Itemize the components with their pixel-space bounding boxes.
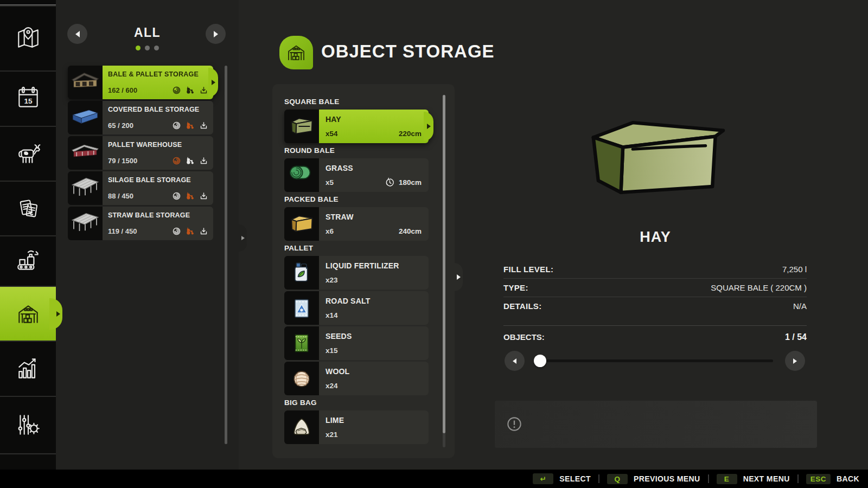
q-key-badge: Q [607, 474, 628, 484]
item-thumbnail [284, 291, 319, 325]
download-icon [199, 156, 208, 165]
sidebar-item-calendar[interactable]: 15 [0, 70, 56, 126]
page-title: OBJECT STORAGE [321, 41, 495, 62]
main-menu-sidebar: 15 [0, 0, 56, 470]
storage-thumbnail [68, 136, 103, 170]
settings-icon [15, 412, 42, 439]
storage-count: 119 / 450 [108, 227, 137, 235]
item-row-liquid-fertilizer[interactable]: LIQUID FERTILIZER x23 [284, 256, 429, 290]
item-row-seeds[interactable]: SEEDS x15 [284, 326, 429, 360]
tractor-icon [186, 191, 195, 201]
page-dot-1[interactable] [136, 46, 141, 50]
storage-thumbnail [68, 207, 103, 240]
category-next-button[interactable] [206, 24, 226, 44]
item-thumbnail [284, 207, 319, 241]
packed-straw-bale-icon [288, 210, 316, 238]
barn-thumbnail-icon [69, 67, 101, 98]
objects-slider-track[interactable] [534, 359, 773, 362]
item-thumbnail [284, 326, 319, 360]
selected-row-arrow-icon [427, 124, 431, 129]
action-label: SELECT [559, 474, 591, 483]
download-icon [199, 121, 208, 130]
section-label-big-bag: BIG BAG [284, 397, 429, 410]
fertilizer-jug-icon [288, 259, 316, 287]
item-list-scrollbar[interactable] [443, 95, 445, 447]
item-count: x15 [326, 346, 338, 355]
section-label-square-bale: SQUARE BALE [284, 96, 429, 110]
bale-icon [172, 191, 181, 201]
item-name: GRASS [326, 164, 422, 172]
item-size: 240cm [399, 227, 422, 235]
storage-row-bale-pallet[interactable]: BALE & PALLET STORAGE 162 / 600 [68, 66, 213, 99]
action-label: BACK [837, 474, 859, 483]
storage-thumbnail [68, 171, 103, 205]
spec-label: TYPE: [503, 283, 528, 292]
hint-divider [598, 474, 599, 483]
item-count: x54 [326, 130, 338, 138]
storage-list-scrollbar[interactable] [225, 66, 227, 444]
statistics-icon [15, 355, 42, 382]
item-name: LIME [326, 416, 422, 425]
action-back[interactable]: ESC BACK [806, 474, 859, 484]
item-name: STRAW [326, 213, 422, 221]
tractor-icon [186, 121, 195, 130]
objects-value: 1 / 54 [785, 332, 807, 342]
storage-thumbnail [68, 66, 103, 99]
tarp-thumbnail-icon [69, 102, 101, 133]
cow-icon [15, 140, 42, 168]
sidebar-item-storage[interactable] [0, 286, 56, 341]
objects-prev-button[interactable] [505, 351, 525, 371]
objects-label: OBJECTS: [503, 332, 545, 342]
action-previous-menu[interactable]: Q PREVIOUS MENU [607, 474, 700, 484]
sidebar-item-settings[interactable] [0, 396, 56, 453]
storage-row-silage-bale[interactable]: SILAGE BALE STORAGE 88 / 450 [68, 171, 213, 205]
spec-row-type: TYPE: SQUARE BALE ( 220CM ) [503, 279, 807, 297]
item-row-hay[interactable]: HAY x54 220cm [284, 110, 429, 143]
page-dot-3[interactable] [154, 46, 159, 50]
section-label-round-bale: ROUND BALE [284, 145, 429, 158]
action-next-menu[interactable]: E NEXT MENU [717, 474, 790, 484]
storage-name: COVERED BALE STORAGE [108, 106, 208, 113]
storage-row-covered-bale[interactable]: COVERED BALE STORAGE 65 / 200 [68, 101, 213, 134]
hay-bale-illustration [582, 104, 729, 206]
hint-divider [797, 474, 799, 483]
item-row-grass[interactable]: GRASS x5 180cm [284, 158, 429, 192]
sidebar-item-production[interactable] [0, 235, 56, 286]
storages-panel-collapse-handle[interactable] [239, 224, 247, 252]
sidebar-item-map[interactable] [0, 5, 56, 70]
enter-key-icon: ↵ [533, 473, 553, 484]
bale-icon [172, 227, 181, 236]
object-storage-header-badge [279, 36, 313, 69]
item-row-wool[interactable]: WOOL x24 [284, 362, 429, 395]
wool-ball-icon [288, 364, 316, 393]
info-circle-icon [507, 416, 522, 432]
download-icon [199, 227, 208, 236]
item-row-road-salt[interactable]: ROAD SALT x14 [284, 291, 429, 325]
storage-name: PALLET WAREHOUSE [108, 141, 208, 149]
items-panel-collapse-handle[interactable] [455, 263, 463, 291]
sidebar-item-contracts[interactable] [0, 181, 56, 235]
item-count: x14 [326, 311, 338, 319]
category-page-dots [56, 46, 239, 50]
action-select[interactable]: ↵ SELECT [533, 473, 591, 484]
page-dot-2[interactable] [145, 46, 150, 50]
objects-next-button[interactable] [785, 351, 805, 371]
item-size: 220cm [399, 130, 422, 138]
storage-row-pallet-warehouse[interactable]: PALLET WAREHOUSE 79 / 1500 [68, 136, 213, 170]
detail-spec-table: FILL LEVEL: 7,250 l TYPE: SQUARE BALE ( … [503, 260, 807, 315]
sidebar-item-animals[interactable] [0, 126, 56, 181]
item-row-straw[interactable]: STRAW x6 240cm [284, 207, 429, 241]
item-thumbnail [284, 158, 319, 192]
steel-frame-thumbnail-icon [69, 173, 101, 203]
input-hints-bar: ↵ SELECT Q PREVIOUS MENU E NEXT MENU ESC… [0, 470, 868, 488]
arrow-right-icon [457, 274, 461, 280]
seed-packet-icon [288, 329, 316, 357]
tractor-icon [186, 227, 195, 236]
item-row-lime[interactable]: LIME x21 [284, 410, 429, 444]
storage-row-straw-bale[interactable]: STRAW BALE STORAGE 119 / 450 [68, 207, 213, 240]
section-label-packed-bale: PACKED BALE [284, 194, 429, 207]
map-icon [15, 25, 42, 52]
objects-slider-thumb[interactable] [534, 355, 546, 367]
sidebar-item-statistics[interactable] [0, 341, 56, 396]
warehouse-thumbnail-icon [69, 138, 101, 168]
